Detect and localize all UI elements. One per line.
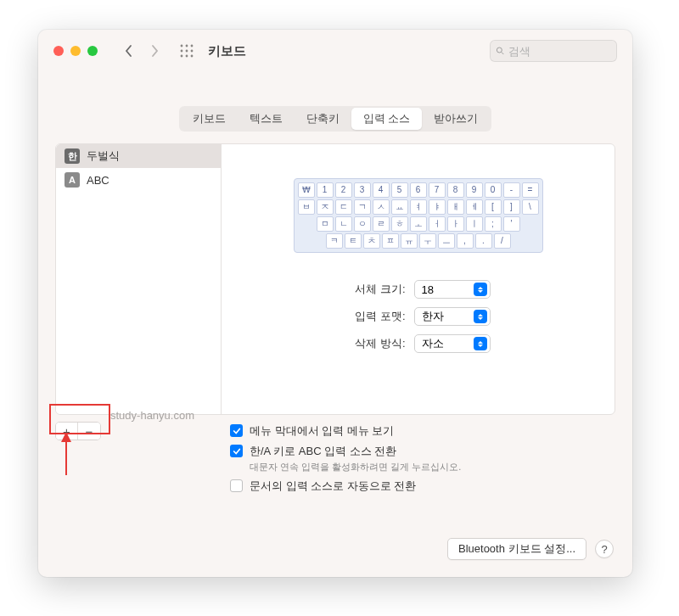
minimize-button[interactable] [70, 46, 81, 56]
search-field[interactable] [490, 40, 617, 62]
keyboard-key: ㄱ [354, 199, 371, 215]
keyboard-key: / [494, 233, 511, 249]
keyboard-key: ㅍ [382, 233, 399, 249]
page-title: 키보드 [208, 43, 246, 59]
svg-point-5 [191, 50, 194, 53]
content-panel: 한 두벌식 A ABC ₩1234567890-=ㅂㅈㄷㄱㅅㅛㅕㅑㅐㅔ[]\ㅁㄴ… [55, 143, 615, 415]
source-options: 서체 크기: 18 입력 포맷: 한자 삭제 방식: [346, 280, 491, 353]
keyboard-key: \ [522, 199, 539, 215]
titlebar: 키보드 [38, 30, 632, 72]
keyboard-key: ㅁ [317, 216, 334, 232]
svg-point-3 [181, 50, 183, 53]
keyboard-key: ㅗ [410, 216, 427, 232]
tab-input-sources[interactable]: 입력 소스 [351, 108, 423, 130]
keyboard-key: 7 [429, 182, 446, 198]
font-size-select[interactable]: 18 [414, 280, 491, 299]
keyboard-key: 6 [410, 182, 427, 198]
option-delete-mode: 삭제 방식: 자소 [346, 334, 491, 353]
svg-point-8 [191, 55, 194, 58]
checkbox[interactable] [230, 424, 243, 437]
keyboard-key: 9 [466, 182, 483, 198]
tab-text[interactable]: 텍스트 [238, 108, 295, 130]
keyboard-key: ㅎ [391, 216, 408, 232]
back-button[interactable] [120, 39, 138, 63]
keyboard-key: ㅇ [354, 216, 371, 232]
keyboard-key: ㅌ [345, 233, 362, 249]
input-format-select[interactable]: 한자 [414, 307, 491, 326]
checkbox-label: 문서의 입력 소스로 자동으로 전환 [250, 479, 416, 494]
select-caret-icon [474, 310, 487, 323]
keyboard-key: ; [485, 216, 502, 232]
option-input-format: 입력 포맷: 한자 [346, 307, 491, 326]
source-icon-kr: 한 [65, 148, 80, 164]
grid-icon[interactable] [179, 43, 194, 59]
keyboard-key: 1 [317, 182, 334, 198]
checkbox[interactable] [230, 445, 243, 457]
svg-point-0 [181, 45, 183, 48]
bluetooth-settings-button[interactable]: Bluetooth 키보드 설정... [447, 538, 586, 560]
check-row: 문서의 입력 소스로 자동으로 전환 [230, 479, 615, 494]
option-label: 삭제 방식: [346, 336, 406, 351]
select-value: 18 [422, 283, 434, 296]
keyboard-key: , [457, 233, 474, 249]
option-label: 입력 포맷: [346, 309, 406, 324]
keyboard-key: ㅐ [447, 199, 464, 215]
keyboard-key: ] [503, 199, 520, 215]
keyboard-key: 8 [447, 182, 464, 198]
tab-bar: 키보드 텍스트 단축키 입력 소스 받아쓰기 [179, 106, 492, 132]
keyboard-key: 4 [373, 182, 390, 198]
footer: Bluetooth 키보드 설정... ? [447, 538, 614, 560]
option-label: 서체 크기: [346, 282, 406, 297]
source-label: ABC [87, 174, 109, 187]
input-source-list: 한 두벌식 A ABC [56, 144, 222, 414]
zoom-button[interactable] [87, 46, 98, 56]
close-button[interactable] [53, 46, 64, 56]
keyboard-key: ㅛ [391, 199, 408, 215]
remove-source-button[interactable]: − [78, 423, 100, 440]
keyboard-key: 5 [391, 182, 408, 198]
check-row: 메뉴 막대에서 입력 메뉴 보기 [230, 423, 615, 439]
keyboard-key: ㅂ [298, 199, 315, 215]
keyboard-key: . [475, 233, 492, 249]
check-row: 한/A 키로 ABC 입력 소스 전환대문자 연속 입력을 활성화하려면 길게 … [230, 444, 615, 473]
keyboard-key: ㄹ [373, 216, 390, 232]
keyboard-key: ㅈ [317, 199, 334, 215]
tab-shortcuts[interactable]: 단축키 [295, 108, 351, 130]
search-input[interactable] [508, 45, 611, 58]
tab-dictation[interactable]: 받아쓰기 [422, 108, 490, 130]
keyboard-key: ₩ [298, 182, 315, 198]
keyboard-key: 3 [354, 182, 371, 198]
checkbox-subtext: 대문자 연속 입력을 활성화하려면 길게 누르십시오. [250, 461, 461, 473]
checkbox-group: 메뉴 막대에서 입력 메뉴 보기한/A 키로 ABC 입력 소스 전환대문자 연… [230, 422, 615, 494]
keyboard-key: ㄴ [335, 216, 352, 232]
checkbox-label: 한/A 키로 ABC 입력 소스 전환 [250, 444, 461, 459]
keyboard-key: ㅓ [429, 216, 446, 232]
help-button[interactable]: ? [595, 540, 614, 558]
search-icon [496, 46, 505, 56]
keyboard-key: ' [503, 216, 520, 232]
keyboard-key: ㅏ [447, 216, 464, 232]
keyboard-key: ㅅ [373, 199, 390, 215]
source-item-abc[interactable]: A ABC [56, 168, 221, 192]
tab-keyboard[interactable]: 키보드 [181, 108, 238, 130]
keyboard-key: ㅑ [429, 199, 446, 215]
forward-button[interactable] [145, 39, 164, 63]
keyboard-key: ㅜ [419, 233, 436, 249]
select-caret-icon [474, 337, 487, 350]
svg-point-4 [186, 50, 188, 53]
keyboard-key: ㅔ [466, 199, 483, 215]
keyboard-key: ㅕ [410, 199, 427, 215]
source-icon-en: A [65, 172, 80, 188]
keyboard-preview: ₩1234567890-=ㅂㅈㄷㄱㅅㅛㅕㅑㅐㅔ[]\ㅁㄴㅇㄹㅎㅗㅓㅏㅣ;'ㅋㅌㅊ… [294, 178, 543, 253]
delete-mode-select[interactable]: 자소 [414, 334, 491, 353]
add-remove-buttons: + − [55, 422, 101, 440]
option-font-size: 서체 크기: 18 [346, 280, 491, 299]
checkbox[interactable] [230, 479, 243, 492]
source-label: 두벌식 [87, 148, 120, 164]
select-value: 자소 [422, 336, 444, 351]
source-item-2set[interactable]: 한 두벌식 [56, 144, 221, 168]
svg-line-10 [502, 52, 504, 54]
add-source-button[interactable]: + [56, 423, 78, 440]
keyboard-key: 2 [335, 182, 352, 198]
settings-window: 키보드 키보드 텍스트 단축키 입력 소스 받아쓰기 한 두벌식 A ABC ₩… [38, 30, 632, 577]
